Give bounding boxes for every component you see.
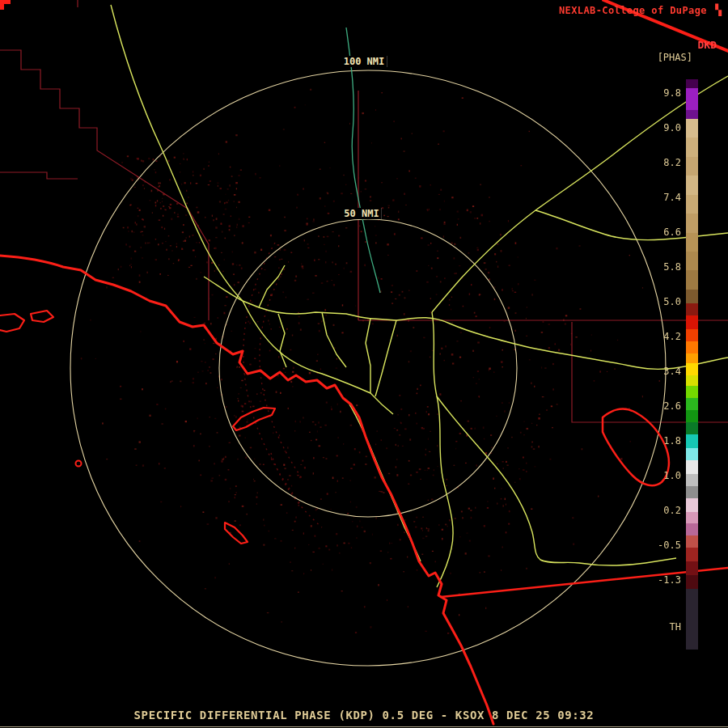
colorbar-segment <box>686 195 698 214</box>
colorbar-tick-label: -0.5 <box>636 539 681 552</box>
colorbar-segment <box>686 460 698 474</box>
highway-path <box>432 76 728 312</box>
coastline-path <box>0 256 493 724</box>
channel-island-west <box>0 314 24 332</box>
colorbar-tick-label: 9.8 <box>636 87 681 99</box>
colorbar-segment <box>686 523 698 535</box>
coastline-layer <box>0 0 728 724</box>
corner-marks <box>0 0 11 10</box>
colorbar-segment <box>686 474 698 486</box>
highway-path <box>322 312 346 367</box>
colorbar-tick-label: 2.6 <box>636 400 681 413</box>
range-ring-label-50: 50 NMI <box>341 208 381 219</box>
santa-barbara-island <box>76 461 82 467</box>
highway-path <box>366 319 370 393</box>
colorbar-segment <box>686 110 698 119</box>
dupage-logo-icon: ▚ <box>715 4 722 16</box>
highway-path <box>370 393 393 414</box>
colorbar-segment <box>686 561 698 575</box>
colorbar-segment <box>686 589 698 650</box>
range-ring-label-100: 100 NMI <box>341 56 387 67</box>
colorbar-tick-label: 8.2 <box>636 156 681 169</box>
colorbar-segment <box>686 138 698 156</box>
colorbar-tick-label: 0.2 <box>636 504 681 517</box>
colorbar-tick-label: -1.3 <box>636 574 681 586</box>
colorbar-segment <box>686 410 698 422</box>
colorbar-tick-label: 7.4 <box>636 191 681 204</box>
colorbar-segment <box>686 252 698 270</box>
colorbar-segment <box>686 214 698 232</box>
river <box>346 28 380 293</box>
highway-path <box>375 320 396 396</box>
echo-arc <box>271 453 322 527</box>
channel-island-east <box>31 311 53 322</box>
colorbar-segment <box>686 315 698 329</box>
range-rings <box>70 70 666 666</box>
river-path <box>346 28 380 293</box>
colorbar-tick-label: 6.6 <box>636 226 681 239</box>
colorbar-segment <box>686 575 698 589</box>
colorbar-segment <box>686 512 698 524</box>
radar-map <box>0 0 728 728</box>
colorbar-tick-label: 4.2 <box>636 330 681 343</box>
county-line <box>0 172 78 179</box>
echo-clutter-arcs <box>243 243 322 527</box>
colorbar-segment <box>686 88 698 111</box>
radar-viewport: NEXLAB-College of DuPage ▚ DKD [PHAS] 9.… <box>0 0 728 728</box>
colorbar-segment <box>686 233 698 252</box>
colorbar-threshold-label: TH <box>636 620 681 633</box>
colorbar-segment <box>686 303 698 315</box>
brand-text: NEXLAB-College of DuPage <box>559 5 707 16</box>
colorbar-segment <box>686 375 698 386</box>
colorbar-segment <box>686 535 698 548</box>
highway-path <box>259 265 285 307</box>
highway-path <box>111 5 243 301</box>
units-label: [PHAS] <box>658 52 692 63</box>
colorbar-segment <box>686 290 698 303</box>
colorbar-segment <box>686 270 698 289</box>
colorbar-segment <box>686 329 698 341</box>
colorbar-tick-label: 1.0 <box>636 469 681 482</box>
colorbar <box>686 79 698 650</box>
colorbar-segment <box>686 157 698 176</box>
colorbar-tick-label: 5.0 <box>636 295 681 308</box>
colorbar-tick-label: 3.4 <box>636 365 681 378</box>
highway-path <box>535 210 728 240</box>
colorbar-ticks: 9.89.08.27.46.65.85.04.23.42.61.81.00.2-… <box>636 79 681 662</box>
colorbar-segment <box>686 79 698 88</box>
range-ring-100nmi <box>70 70 666 666</box>
san-clemente-island <box>225 523 248 544</box>
colorbar-segment <box>686 422 698 434</box>
highway-path <box>432 312 453 587</box>
bottom-border-line <box>0 726 728 727</box>
colorbar-segment <box>686 434 698 448</box>
colorbar-segment <box>686 119 698 138</box>
colorbar-segment <box>686 363 698 375</box>
colorbar-segment <box>686 353 698 364</box>
colorbar-segment <box>686 448 698 460</box>
colorbar-segment <box>686 341 698 353</box>
colorbar-segment <box>686 398 698 410</box>
corner-mark <box>0 0 4 10</box>
colorbar-segment <box>686 486 698 498</box>
product-code: DKD <box>698 39 717 51</box>
colorbar-tick-label: 1.8 <box>636 434 681 447</box>
colorbar-tick-label: 5.8 <box>636 260 681 273</box>
product-caption: SPECIFIC DIFFERENTIAL PHASE (KDP) 0.5 DE… <box>0 709 728 722</box>
colorbar-segment <box>686 548 698 561</box>
colorbar-segment <box>686 498 698 512</box>
colorbar-segment <box>686 176 698 194</box>
colorbar-segment <box>686 386 698 398</box>
colorbar-tick-label: 9.0 <box>636 121 681 134</box>
highway-path <box>278 314 286 367</box>
